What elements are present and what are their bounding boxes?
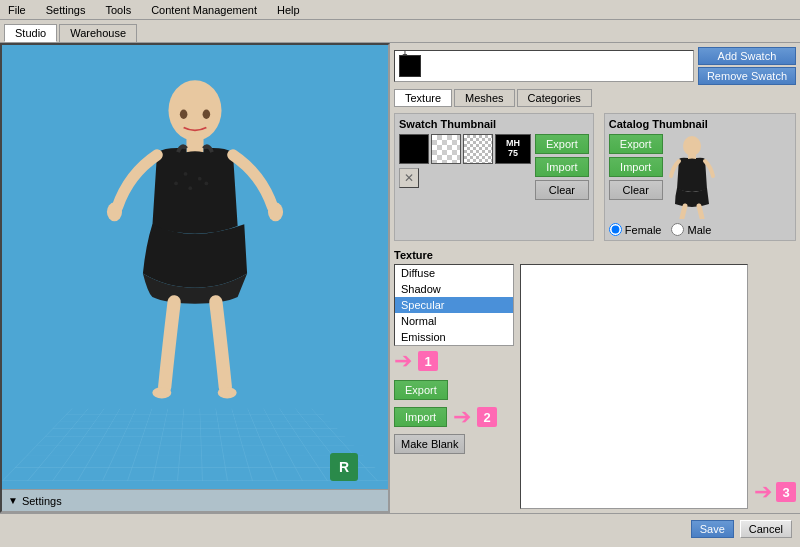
male-radio[interactable] [671,223,684,236]
menu-help[interactable]: Help [273,3,304,17]
import-annotation: Import ➔ 2 [394,404,497,430]
sub-tab-categories[interactable]: Categories [517,89,592,107]
catalog-import-button[interactable]: Import [609,157,663,177]
thumb-checker2[interactable] [463,134,493,164]
svg-point-11 [204,182,208,186]
swatch-clear-button[interactable]: Clear [535,180,589,200]
texture-item-specular[interactable]: Specular [395,297,513,313]
menu-settings[interactable]: Settings [42,3,90,17]
texture-list-items: Diffuse Shadow Specular Normal Emission [395,265,513,345]
annotation-badge-3: 3 [776,482,796,502]
menu-content-management[interactable]: Content Management [147,3,261,17]
right-panel: Add Swatch Remove Swatch Texture Meshes … [390,43,800,513]
swatch-thumbnail-title: Swatch Thumbnail [399,118,589,130]
save-button[interactable]: Save [691,520,734,538]
female-radio-label[interactable]: Female [609,223,662,236]
annotation-badge-2: 2 [477,407,497,427]
male-radio-label[interactable]: Male [671,223,711,236]
sub-tab-texture[interactable]: Texture [394,89,452,107]
catalog-export-button[interactable]: Export [609,134,663,154]
texture-left-col: Diffuse Shadow Specular Normal Emission … [394,264,514,509]
tab-studio[interactable]: Studio [4,24,57,42]
svg-point-2 [107,202,122,221]
thumb-row-top: MH75 [399,134,531,164]
texture-import-button[interactable]: Import [394,407,447,427]
texture-section-label: Texture [394,249,796,261]
swatch-thumbnail-section: Swatch Thumbnail MH75 ✕ [394,113,594,241]
cancel-button[interactable]: Cancel [740,520,792,538]
arrow1-icon: ➔ [394,350,412,372]
swatch-buttons: Add Swatch Remove Swatch [698,47,796,85]
catalog-thumbnail-content: Export Import Clear [609,134,791,219]
female-label: Female [625,224,662,236]
svg-point-10 [188,186,192,190]
arrow3-icon: ➔ [754,479,772,505]
mh-badge: MH75 [495,134,531,164]
swatch-bar: Add Swatch Remove Swatch [394,47,796,85]
settings-chevron-icon: ▼ [8,495,18,506]
svg-point-3 [268,202,283,221]
figure [95,65,295,425]
viewport: R ▼ Settings [0,43,390,513]
swatch-import-button[interactable]: Import [535,157,589,177]
annotation-3: ➔ 3 [754,479,796,505]
texture-item-normal[interactable]: Normal [395,313,513,329]
add-swatch-button[interactable]: Add Swatch [698,47,796,65]
swatch-export-button[interactable]: Export [535,134,589,154]
thumb-row-bottom: ✕ [399,168,531,188]
svg-point-8 [184,172,188,176]
texture-action-buttons: Export Import ➔ 2 Make Blank [394,376,514,458]
svg-point-9 [198,177,202,181]
menubar: File Settings Tools Content Management H… [0,0,800,20]
texture-list: Diffuse Shadow Specular Normal Emission [394,264,514,346]
svg-point-5 [218,387,237,398]
bottom-bar: Save Cancel [0,513,800,543]
svg-rect-1 [186,135,203,152]
swatch-thumbnail-content: MH75 ✕ Export Import Clear [399,134,589,200]
texture-item-shadow[interactable]: Shadow [395,281,513,297]
thumb-checker1[interactable] [431,134,461,164]
svg-rect-14 [688,154,696,159]
arrow2-icon: ➔ [453,404,471,430]
menu-file[interactable]: File [4,3,30,17]
specular-annotation: ➔ 1 [394,350,514,372]
svg-point-4 [152,387,171,398]
svg-point-13 [683,136,701,156]
catalog-thumbnail-section: Catalog Thumbnail Export Import Clear [604,113,796,241]
catalog-action-buttons: Export Import Clear [609,134,663,200]
svg-point-12 [174,182,178,186]
female-radio[interactable] [609,223,622,236]
gender-radio-group: Female Male [609,223,791,236]
svg-point-6 [180,110,188,119]
thumb-black[interactable] [399,134,429,164]
tab-warehouse[interactable]: Warehouse [59,24,137,42]
tab-bar: Studio Warehouse [0,20,800,42]
texture-item-emission[interactable]: Emission [395,329,513,345]
annotation-badge-1: 1 [418,351,438,371]
menu-tools[interactable]: Tools [101,3,135,17]
swatch-action-buttons: Export Import Clear [535,134,589,200]
sub-tab-meshes[interactable]: Meshes [454,89,515,107]
texture-item-diffuse[interactable]: Diffuse [395,265,513,281]
swatch-list[interactable] [394,50,694,82]
catalog-clear-button[interactable]: Clear [609,180,663,200]
catalog-figure-preview [667,134,717,219]
svg-point-0 [168,80,221,141]
viewport-inner: R [2,45,388,511]
r-badge: R [330,453,358,481]
sub-tabbar: Texture Meshes Categories [394,89,796,107]
settings-label: Settings [22,495,62,507]
x-button[interactable]: ✕ [399,168,419,188]
catalog-thumbnail-title: Catalog Thumbnail [609,118,791,130]
texture-export-button[interactable]: Export [394,380,448,400]
texture-section: Diffuse Shadow Specular Normal Emission … [394,264,796,509]
remove-swatch-button[interactable]: Remove Swatch [698,67,796,85]
thumbnail-row: Swatch Thumbnail MH75 ✕ [394,113,796,241]
male-label: Male [687,224,711,236]
viewport-footer: ▼ Settings [2,489,388,511]
make-blank-button[interactable]: Make Blank [394,434,465,454]
annotation-3-area: ➔ 3 [754,264,796,509]
svg-point-7 [203,110,211,119]
texture-preview [520,264,748,509]
swatch-item[interactable] [399,55,421,77]
